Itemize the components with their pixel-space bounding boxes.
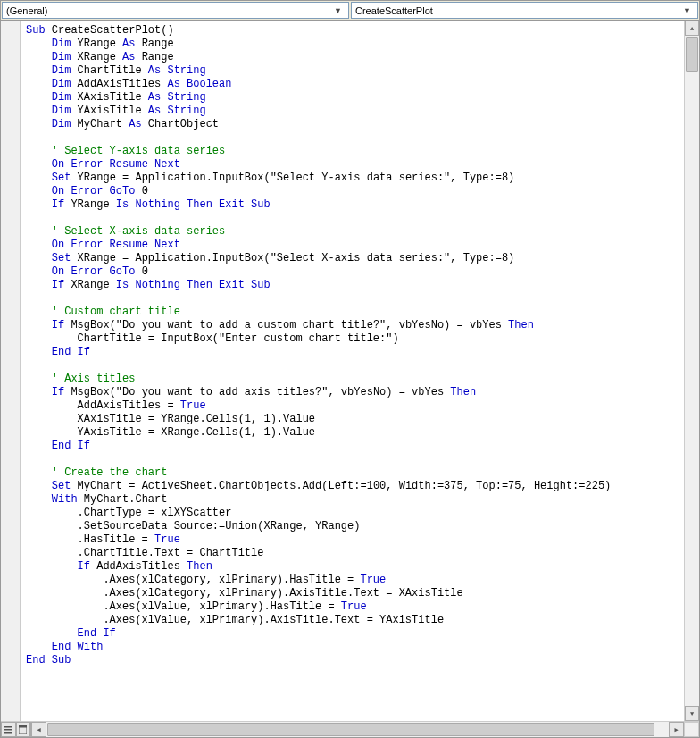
full-module-view-button[interactable] bbox=[16, 722, 31, 737]
bottom-bar: ◀ ▶ bbox=[1, 721, 699, 737]
procedure-view-button[interactable] bbox=[1, 722, 16, 737]
scroll-thumb[interactable] bbox=[686, 37, 698, 72]
chevron-down-icon: ▼ bbox=[680, 6, 694, 15]
scroll-track[interactable] bbox=[685, 36, 699, 706]
object-dropdown-text: (General) bbox=[6, 5, 331, 16]
view-mode-buttons bbox=[1, 722, 31, 737]
dropdown-bar: (General) ▼ CreateScatterPlot ▼ bbox=[1, 1, 699, 21]
chevron-down-icon: ▼ bbox=[331, 6, 345, 15]
procedure-dropdown[interactable]: CreateScatterPlot ▼ bbox=[351, 2, 698, 19]
vba-editor-window: (General) ▼ CreateScatterPlot ▼ Sub Crea… bbox=[0, 0, 700, 738]
scroll-up-button[interactable]: ▲ bbox=[685, 21, 699, 36]
svg-rect-2 bbox=[4, 732, 12, 734]
vertical-scrollbar[interactable]: ▲ ▼ bbox=[684, 21, 699, 721]
scroll-thumb[interactable] bbox=[47, 723, 654, 736]
svg-rect-4 bbox=[19, 725, 27, 728]
margin-gutter bbox=[1, 21, 21, 721]
svg-rect-1 bbox=[4, 729, 12, 731]
svg-rect-0 bbox=[4, 726, 12, 728]
object-dropdown[interactable]: (General) ▼ bbox=[2, 2, 349, 19]
code-editor[interactable]: Sub CreateScatterPlot() Dim YRange As Ra… bbox=[21, 21, 684, 721]
scroll-right-button[interactable]: ▶ bbox=[669, 722, 684, 737]
scroll-track[interactable] bbox=[46, 722, 669, 737]
scroll-left-button[interactable]: ◀ bbox=[31, 722, 46, 737]
scroll-down-button[interactable]: ▼ bbox=[685, 706, 699, 721]
scrollbar-corner bbox=[684, 722, 699, 737]
code-area: Sub CreateScatterPlot() Dim YRange As Ra… bbox=[1, 21, 699, 721]
procedure-dropdown-text: CreateScatterPlot bbox=[355, 5, 680, 16]
horizontal-scrollbar[interactable]: ◀ ▶ bbox=[31, 722, 684, 737]
